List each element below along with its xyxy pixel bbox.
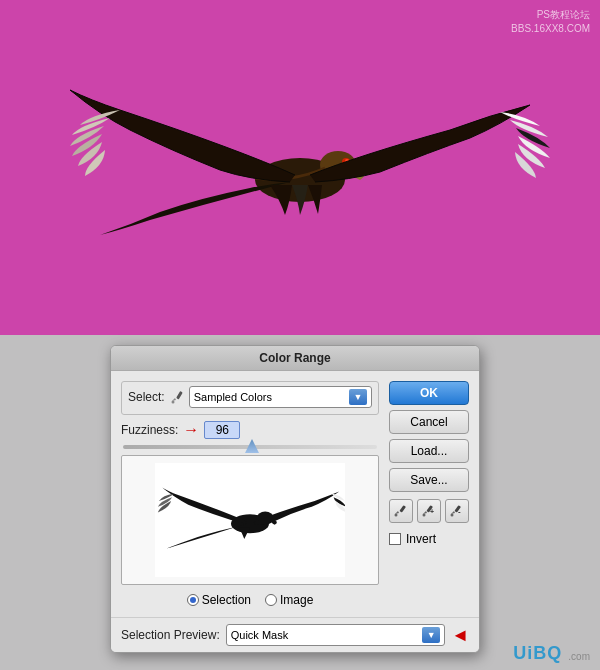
bird-image	[50, 20, 550, 320]
svg-marker-14	[423, 511, 427, 514]
select-row: Select: Sampled Colors ▼	[121, 381, 379, 415]
selection-preview-box	[121, 455, 379, 585]
fuzziness-value[interactable]: 96	[204, 421, 240, 439]
preview-bird-svg	[155, 460, 345, 580]
svg-text:-: -	[458, 507, 461, 516]
svg-point-12	[395, 514, 398, 517]
eyedropper-icon	[170, 390, 184, 404]
canvas-bottom: Color Range Select: Sampled Colors	[0, 335, 600, 670]
invert-checkbox[interactable]	[389, 533, 401, 545]
preview-dropdown-arrow-icon: ▼	[422, 627, 440, 643]
selection-radio[interactable]: Selection	[187, 593, 251, 607]
selection-radio-label: Selection	[202, 593, 251, 607]
svg-point-6	[171, 401, 174, 404]
dropdown-arrow-icon: ▼	[349, 389, 367, 405]
svg-marker-18	[451, 511, 455, 514]
canvas-top: PS教程论坛 BBS.16XX8.COM	[0, 0, 600, 335]
svg-text:+: +	[430, 508, 434, 515]
invert-row: Invert	[389, 532, 469, 546]
select-dropdown[interactable]: Sampled Colors ▼	[189, 386, 372, 408]
svg-point-19	[451, 514, 454, 517]
svg-marker-5	[172, 398, 176, 401]
eyedropper-row: + -	[389, 499, 469, 523]
color-range-dialog: Color Range Select: Sampled Colors	[110, 345, 480, 653]
select-label: Select:	[128, 390, 165, 404]
radio-row: Selection Image	[121, 593, 379, 607]
cancel-button[interactable]: Cancel	[389, 410, 469, 434]
image-radio-button[interactable]	[265, 594, 277, 606]
image-radio[interactable]: Image	[265, 593, 313, 607]
svg-point-15	[423, 514, 426, 517]
preview-label: Selection Preview:	[121, 628, 220, 642]
bottom-watermark: UiBQ .com	[513, 643, 590, 664]
eyedropper-remove-icon: -	[450, 504, 464, 518]
preview-dropdown-value: Quick Mask	[231, 629, 288, 641]
svg-marker-11	[395, 511, 399, 514]
load-button[interactable]: Load...	[389, 439, 469, 463]
ok-button[interactable]: OK	[389, 381, 469, 405]
dialog-footer: Selection Preview: Quick Mask ▼ ◄	[111, 617, 479, 652]
selection-radio-button[interactable]	[187, 594, 199, 606]
svg-rect-10	[399, 505, 405, 512]
preview-arrow-icon: ◄	[451, 625, 469, 646]
fuzziness-arrow-icon: →	[183, 421, 199, 439]
svg-rect-4	[176, 391, 183, 399]
uibq-logo: UiBQ	[513, 643, 562, 664]
slider-track	[123, 445, 377, 449]
eyedropper-sample-icon	[394, 504, 408, 518]
fuzziness-slider[interactable]	[121, 445, 379, 449]
preview-dropdown[interactable]: Quick Mask ▼	[226, 624, 445, 646]
eyedropper-remove-button[interactable]: -	[445, 499, 469, 523]
image-radio-label: Image	[280, 593, 313, 607]
dialog-left-panel: Select: Sampled Colors ▼ Fuzziness:	[121, 381, 379, 607]
fuzziness-row: Fuzziness: → 96	[121, 421, 379, 439]
eyedropper-add-icon: +	[422, 504, 436, 518]
dialog-title: Color Range	[111, 346, 479, 371]
invert-label: Invert	[406, 532, 436, 546]
save-button[interactable]: Save...	[389, 468, 469, 492]
slider-thumb	[245, 439, 259, 453]
eyedropper-button[interactable]	[389, 499, 413, 523]
eyedropper-add-button[interactable]: +	[417, 499, 441, 523]
fuzziness-label: Fuzziness:	[121, 423, 178, 437]
dialog-right-panel: OK Cancel Load... Save...	[389, 381, 469, 607]
com-label: .com	[568, 651, 590, 662]
